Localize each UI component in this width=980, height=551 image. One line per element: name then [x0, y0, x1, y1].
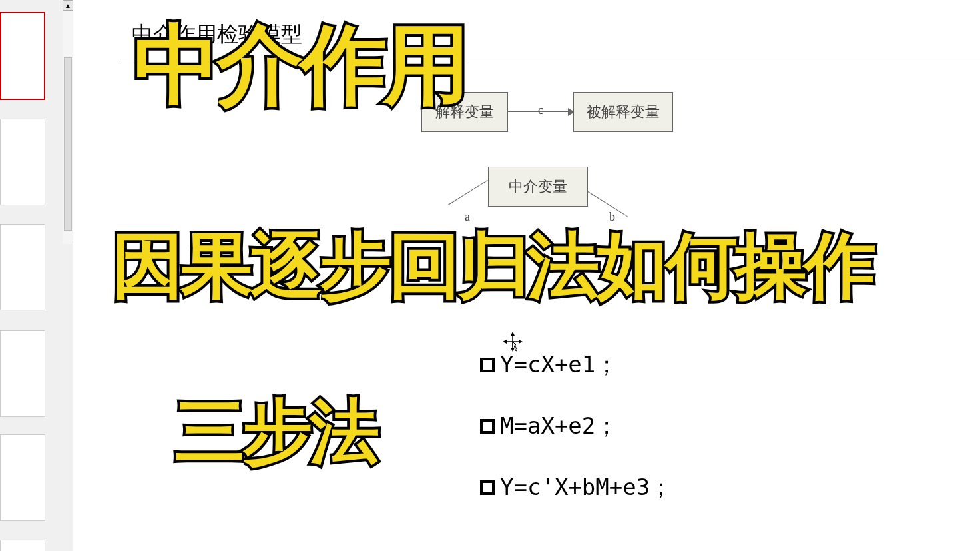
diagram-box-explained[interactable]: 被解释变量: [573, 92, 673, 132]
diagram-box-explained-label: 被解释变量: [587, 102, 660, 122]
equation-text-3: Y=c'X+bM+e3；: [500, 472, 672, 503]
bullet-icon: [480, 480, 495, 495]
svg-marker-2: [511, 332, 515, 336]
slide-canvas[interactable]: 中介作用检验模型 解释变量 c 被解释变量 中介变量 a b 中介作用 因果逐步…: [122, 0, 980, 551]
slide-thumbnail-4[interactable]: [0, 330, 45, 417]
bullet-icon: [480, 419, 495, 434]
scrollbar-thumb[interactable]: [64, 57, 72, 231]
slide-thumbnail-5[interactable]: [0, 434, 45, 521]
thumbnail-panel: ▲: [0, 0, 73, 551]
arrow-a-line: [448, 180, 488, 205]
svg-marker-4: [503, 340, 507, 344]
overlay-title-mediation: 中介作用: [134, 21, 467, 108]
slide-thumbnail-2[interactable]: [0, 119, 45, 205]
arrow-label-c: c: [538, 103, 543, 117]
arrow-label-a: a: [465, 210, 470, 224]
equation-item-3[interactable]: Y=c'X+bM+e3；: [480, 472, 672, 503]
slide-thumbnail-3[interactable]: [0, 224, 45, 310]
arrow-b-line: [588, 191, 628, 217]
equation-text-2: M=aX+e2；: [500, 411, 618, 442]
scroll-up-button[interactable]: ▲: [63, 0, 73, 11]
scrollbar-track[interactable]: [63, 11, 73, 244]
svg-marker-5: [519, 340, 523, 344]
equation-list[interactable]: Y=cX+e1； M=aX+e2； Y=c'X+bM+e3；: [480, 350, 672, 534]
arrow-label-b: b: [609, 210, 615, 224]
overlay-title-howto: 因果逐步回归法如何操作: [112, 230, 873, 302]
slide-thumbnail-6[interactable]: [0, 540, 45, 551]
equation-item-1[interactable]: Y=cX+e1；: [480, 350, 672, 380]
bullet-icon: [480, 358, 495, 372]
diagram-box-mediator-label: 中介变量: [509, 177, 567, 197]
overlay-title-three-step: 三步法: [175, 396, 377, 466]
equation-item-2[interactable]: M=aX+e2；: [480, 411, 672, 442]
equation-text-1: Y=cX+e1；: [500, 350, 618, 380]
scroll-up-icon: ▲: [65, 2, 71, 9]
slide-thumbnail-1[interactable]: [0, 12, 45, 100]
diagram-box-mediator[interactable]: 中介变量: [488, 167, 588, 207]
